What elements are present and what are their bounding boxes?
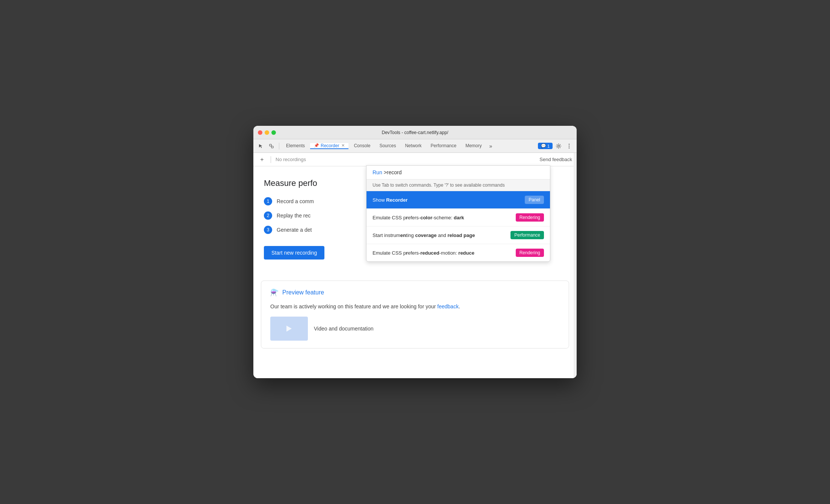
svg-point-4 [569,145,570,146]
tab-recorder[interactable]: 📌 Recorder ✕ [310,143,348,149]
cmd-item-text: Emulate CSS prefers-color-scheme: dark [373,215,516,220]
tab-bar-right: 💬 1 [538,139,574,152]
feedback-link[interactable]: feedback [437,303,459,309]
run-label: Run [373,169,382,175]
command-input-value[interactable]: >record [384,169,544,175]
performance-badge[interactable]: Performance [510,231,544,239]
flask-icon: ⚗️ [270,288,279,297]
cmd-item-text: Show Recorder [373,197,525,203]
rendering-badge-2[interactable]: Rendering [516,249,544,257]
close-button[interactable] [258,130,262,135]
cmd-item-text: Start instrumenting coverage and reload … [373,232,510,238]
rendering-badge-1[interactable]: Rendering [516,213,544,222]
cmd-item-emulate-dark[interactable]: Emulate CSS prefers-color-scheme: dark R… [367,209,550,226]
feedback-badge[interactable]: 💬 1 [538,143,553,149]
step-number-3: 3 [264,226,272,234]
tab-elements[interactable]: Elements [282,143,309,149]
command-input-row: Run >record [367,166,550,180]
cmd-item-emulate-motion[interactable]: Emulate CSS prefers-reduced-motion: redu… [367,244,550,261]
video-doc-section: Video and documentation [270,317,560,341]
command-palette: Run >record Use Tab to switch commands. … [366,165,550,262]
recorder-pin-icon: 📌 [314,143,319,148]
preview-title: Preview feature [282,289,324,296]
more-options-icon[interactable] [565,142,574,151]
chat-icon: 💬 [541,143,546,148]
svg-point-3 [569,143,570,145]
separator [279,143,279,149]
tab-sources[interactable]: Sources [376,143,400,149]
devtools-tab-bar: Elements 📌 Recorder ✕ Console Sources Ne… [253,139,577,153]
start-recording-button[interactable]: Start new recording [264,246,324,260]
step-text-3: Generate a det [277,227,312,233]
toolbar-separator [271,156,271,163]
tab-bar-left: Elements 📌 Recorder ✕ Console Sources Ne… [256,139,537,152]
step-text-2: Replay the rec [277,213,310,219]
video-doc-label: Video and documentation [314,326,374,332]
more-tabs-button[interactable]: » [487,143,495,149]
settings-icon[interactable] [554,142,563,151]
tab-console[interactable]: Console [350,143,374,149]
scrollbar[interactable] [574,153,577,378]
svg-point-2 [558,145,560,147]
tab-close-icon[interactable]: ✕ [341,143,345,148]
cmd-item-text: Emulate CSS prefers-reduced-motion: redu… [373,250,516,256]
panel-badge[interactable]: Panel [525,196,544,204]
step-number-1: 1 [264,197,272,205]
add-recording-button[interactable]: + [258,155,266,164]
tab-network[interactable]: Network [401,143,425,149]
no-recordings-label: No recordings [276,157,306,162]
command-items-list: Show Recorder Panel Emulate CSS prefers-… [367,191,550,261]
svg-rect-0 [270,144,271,146]
devtools-body: + No recordings Send feedback Measure pe… [253,153,577,378]
svg-point-5 [569,147,570,148]
maximize-button[interactable] [271,130,276,135]
svg-rect-1 [271,146,273,148]
recorder-toolbar: + No recordings Send feedback [253,153,577,166]
send-feedback-link[interactable]: Send feedback [539,157,572,162]
step-text-1: Record a comm [277,198,314,204]
tab-performance[interactable]: Performance [427,143,460,149]
traffic-lights [258,130,276,135]
step-number-2: 2 [264,211,272,220]
title-bar: DevTools - coffee-cart.netlify.app/ [253,126,577,139]
preview-feature-box: ⚗️ Preview feature Our team is actively … [261,281,569,349]
cmd-item-coverage[interactable]: Start instrumenting coverage and reload … [367,226,550,244]
tab-memory[interactable]: Memory [462,143,485,149]
command-hint: Use Tab to switch commands. Type '?' to … [367,180,550,191]
inspect-icon[interactable] [267,142,276,151]
video-thumbnail[interactable] [270,317,308,341]
devtools-window: DevTools - coffee-cart.netlify.app/ Elem… [253,126,577,378]
minimize-button[interactable] [265,130,269,135]
cursor-icon[interactable] [256,142,265,151]
cmd-item-show-recorder[interactable]: Show Recorder Panel [367,191,550,209]
preview-description: Our team is actively working on this fea… [270,303,560,311]
preview-header: ⚗️ Preview feature [270,288,560,297]
window-title: DevTools - coffee-cart.netlify.app/ [382,130,448,135]
